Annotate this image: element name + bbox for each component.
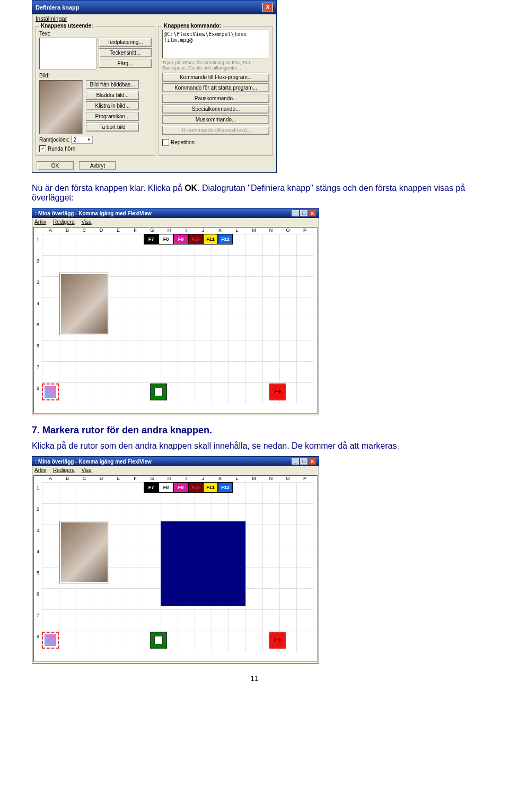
- ir-command-button: IR-kommando (AccessFlexi)...: [162, 126, 269, 135]
- appearance-label: Knappens utseende:: [39, 23, 94, 29]
- f7-key: F7: [144, 482, 159, 493]
- bottom-left-icon[interactable]: [42, 383, 59, 400]
- round-corners-label: Runda hörn: [48, 146, 75, 152]
- border-thickness-select[interactable]: 2 ▼: [72, 136, 92, 144]
- f12-key: F12: [218, 234, 233, 245]
- command-group: Knappens kommando: @C:\FlexiView\Exempel…: [159, 26, 273, 156]
- f12-key: F12: [218, 482, 233, 493]
- border-thickness-label: Ramtjocklek:: [39, 137, 69, 143]
- function-keys-row: F7 F8 F9 F10 F11 F12: [144, 482, 233, 493]
- ok-button[interactable]: OK: [37, 161, 74, 170]
- paragraph-1: Nu är den första knappen klar. Klicka på…: [32, 184, 477, 203]
- bottom-right-icon[interactable]: ↦: [269, 632, 286, 649]
- color-button[interactable]: Färg...: [99, 59, 152, 68]
- chevron-down-icon: ▼: [87, 137, 91, 142]
- column-headers: ABCD EFGH IJKL MNOP: [42, 228, 317, 233]
- f7-key: F7: [144, 234, 159, 245]
- bottom-right-icon[interactable]: ↦: [269, 383, 286, 400]
- dialog-menubar[interactable]: Inställningar: [32, 14, 276, 23]
- grid-selection[interactable]: [161, 521, 245, 606]
- round-corners-checkbox[interactable]: ✓ Runda hörn: [39, 145, 152, 152]
- f8-key: F8: [159, 482, 173, 493]
- f11-key: F11: [203, 482, 218, 493]
- image-from-db-button[interactable]: Bild från bilddbas...: [86, 80, 139, 89]
- repetition-checkbox[interactable]: Repetition: [162, 139, 269, 146]
- maximize-icon[interactable]: □: [300, 210, 308, 216]
- browse-image-button[interactable]: Bläddra bild...: [86, 91, 139, 100]
- overlay-grid-window-1: : Mina överlägg - Komma igång med FlexiV…: [32, 208, 319, 415]
- row-headers: 1234 5678: [37, 485, 39, 655]
- menu-edit[interactable]: Redigera: [53, 467, 75, 473]
- mouse-command-button[interactable]: Muskommando...: [162, 115, 269, 124]
- text-label: Text:: [39, 31, 152, 37]
- checkbox-icon: ✓: [39, 145, 46, 152]
- bottom-mid-icon[interactable]: [150, 383, 167, 400]
- maximize-icon[interactable]: □: [300, 458, 308, 465]
- program-icon-button[interactable]: Programikon...: [86, 112, 139, 121]
- image-preview: [39, 80, 83, 134]
- menu-edit[interactable]: Redigera: [53, 219, 75, 225]
- remove-image-button[interactable]: Ta bort bild: [86, 123, 139, 132]
- text-input[interactable]: [39, 38, 96, 69]
- image-label: Bild:: [39, 73, 152, 78]
- paragraph-2: Klicka på de rutor som den andra knappen…: [32, 441, 477, 451]
- text-placement-button[interactable]: Textplacering...: [99, 38, 152, 47]
- grid-body[interactable]: F7 F8 F9 F10 F11 F12 ↦: [42, 234, 313, 404]
- appearance-group: Knappens utseende: Text: Textplacering..…: [36, 26, 155, 156]
- f10-key: F10: [188, 482, 203, 493]
- close-icon[interactable]: X: [309, 210, 316, 216]
- grid-surface[interactable]: ABCD EFGH IJKL MNOP 1234 5678 F7 F8 F9 F…: [33, 475, 318, 662]
- command-group-label: Knappens kommando:: [162, 23, 223, 29]
- menu-file[interactable]: Arkiv: [34, 219, 46, 225]
- cancel-button[interactable]: Avbryt: [79, 161, 116, 170]
- font-button[interactable]: Teckensnitt...: [99, 48, 152, 57]
- grid-body[interactable]: F7 F8 F9 F10 F11 F12 ↦: [42, 482, 313, 652]
- page-number: 11: [32, 674, 477, 683]
- start-program-command-button[interactable]: Kommando för att starta program...: [162, 83, 269, 92]
- f11-key: F11: [203, 234, 218, 245]
- f9-key: F9: [173, 234, 188, 245]
- special-command-button[interactable]: Specialkommando...: [162, 104, 269, 113]
- define-button-dialog: Definiera knapp X Inställningar Knappens…: [32, 0, 277, 173]
- grid-window-title: : Mina överlägg - Komma igång med FlexiV…: [35, 459, 152, 465]
- grid-titlebar: : Mina överlägg - Komma igång med FlexiV…: [32, 208, 319, 218]
- border-thickness-value: 2: [73, 137, 76, 143]
- close-icon[interactable]: X: [262, 3, 273, 12]
- f10-key: F10: [188, 234, 203, 245]
- function-keys-row: F7 F8 F9 F10 F11 F12: [144, 234, 233, 245]
- dialog-title: Definiera knapp: [36, 4, 80, 11]
- row-headers: 1234 5678: [37, 237, 39, 407]
- menu-settings[interactable]: Inställningar: [36, 15, 67, 22]
- grid-titlebar: : Mina överlägg - Komma igång med FlexiV…: [32, 457, 319, 466]
- paste-image-button[interactable]: Klistra in bild...: [86, 101, 139, 110]
- bottom-mid-icon[interactable]: [150, 632, 167, 649]
- grid-menubar[interactable]: Arkiv Redigera Visa: [32, 218, 319, 226]
- f8-key: F8: [159, 234, 173, 245]
- dialog-titlebar: Definiera knapp X: [32, 1, 276, 14]
- column-headers: ABCD EFGH IJKL MNOP: [42, 476, 317, 481]
- menu-view[interactable]: Visa: [81, 467, 91, 473]
- pause-command-button[interactable]: Pauskommando...: [162, 94, 269, 103]
- checkbox-icon: [162, 139, 169, 146]
- minimize-icon[interactable]: _: [292, 458, 299, 465]
- overlay-grid-window-2: : Mina överlägg - Komma igång med FlexiV…: [32, 456, 319, 663]
- menu-view[interactable]: Visa: [81, 219, 91, 225]
- bottom-left-icon[interactable]: [42, 632, 59, 649]
- command-textarea[interactable]: @C:\FlexiView\Exempel\tess film.mpg@: [162, 30, 269, 58]
- cat-button-cell[interactable]: [60, 273, 109, 335]
- command-hint: Tryck på <Esc> för inmatning av Esc, Tab…: [162, 60, 269, 71]
- menu-file[interactable]: Arkiv: [34, 467, 46, 473]
- grid-surface[interactable]: ABCD EFGH IJKL MNOP 1234 5678 F7 F8 F9 F…: [33, 227, 318, 414]
- grid-menubar[interactable]: Arkiv Redigera Visa: [32, 466, 319, 474]
- flexi-command-button[interactable]: Kommando till Flexi-program...: [162, 73, 269, 82]
- cat-button-cell[interactable]: [60, 521, 109, 583]
- repetition-label: Repetition: [171, 139, 195, 145]
- f9-key: F9: [173, 482, 188, 493]
- heading-7: 7. Markera rutor för den andra knappen.: [32, 425, 477, 436]
- close-icon[interactable]: X: [309, 458, 316, 465]
- grid-window-title: : Mina överlägg - Komma igång med FlexiV…: [35, 211, 152, 216]
- minimize-icon[interactable]: _: [292, 210, 299, 216]
